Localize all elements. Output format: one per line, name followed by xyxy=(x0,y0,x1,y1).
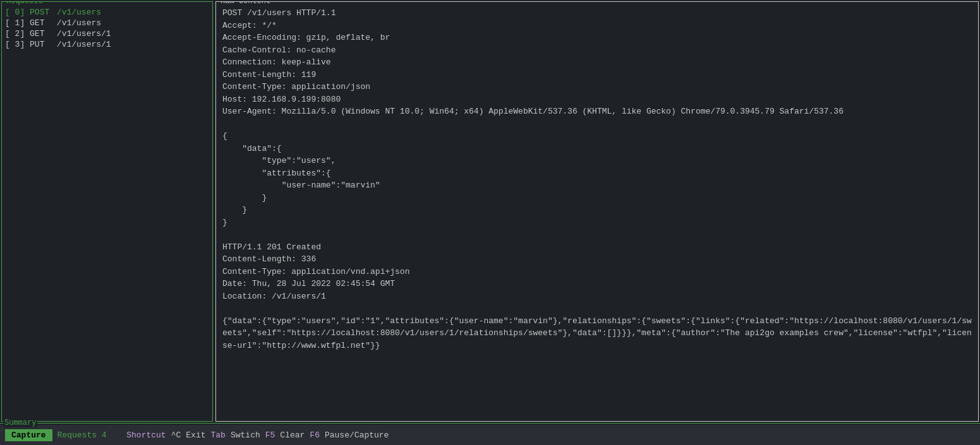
request-path: /v1/users xyxy=(57,18,101,28)
raw-content-panel-title: Raw Content xyxy=(219,1,272,6)
raw-content-panel: Raw Content POST /v1/users HTTP/1.1 Acce… xyxy=(215,1,979,422)
clear-label: Clear xyxy=(280,430,305,440)
request-index: 1 xyxy=(15,18,20,28)
request-item[interactable]: [ 1] GET /v1/users xyxy=(5,18,209,28)
f5-label: F5 xyxy=(265,430,275,440)
request-index: 3 xyxy=(15,40,20,49)
request-path: /v1/users/1 xyxy=(57,29,111,39)
pause-capture-label: Pause/Capture xyxy=(325,430,389,440)
bottom-bar: Capture Requests 4 Shortcut ^C Exit Tab … xyxy=(0,425,980,445)
request-method: POST xyxy=(30,8,52,17)
summary-title: Summary xyxy=(3,418,37,427)
request-method: GET xyxy=(30,29,52,39)
shortcut-label: Shortcut xyxy=(126,430,166,440)
request-path: /v1/users xyxy=(57,8,101,17)
request-item[interactable]: [ 0] POST /v1/users xyxy=(5,7,209,18)
shortcut-key: ^C xyxy=(171,430,181,440)
requests-list: [ 0] POST /v1/users[ 1] GET /v1/users[ 2… xyxy=(2,2,212,421)
request-index: 2 xyxy=(15,29,20,39)
request-method: PUT xyxy=(30,40,52,49)
capture-button[interactable]: Capture xyxy=(5,429,52,441)
requests-panel: Requests [ 0] POST /v1/users[ 1] GET /v1… xyxy=(1,1,213,422)
request-index: 0 xyxy=(15,8,20,17)
requests-panel-title: Requests xyxy=(5,1,44,6)
raw-content-body: POST /v1/users HTTP/1.1 Accept: */* Acce… xyxy=(216,2,978,421)
switch-label: Swtich xyxy=(231,430,260,440)
requests-count-label: Requests 4 xyxy=(57,430,107,440)
exit-label: Exit xyxy=(186,430,205,440)
summary-section: Summary Capture Requests 4 Shortcut ^C E… xyxy=(0,423,980,445)
request-method: GET xyxy=(30,18,52,28)
request-item[interactable]: [ 2] GET /v1/users/1 xyxy=(5,28,209,39)
f6-label: F6 xyxy=(310,430,320,440)
request-item[interactable]: [ 3] PUT /v1/users/1 xyxy=(5,39,209,50)
tab-label: Tab xyxy=(211,430,226,440)
request-path: /v1/users/1 xyxy=(57,40,111,49)
